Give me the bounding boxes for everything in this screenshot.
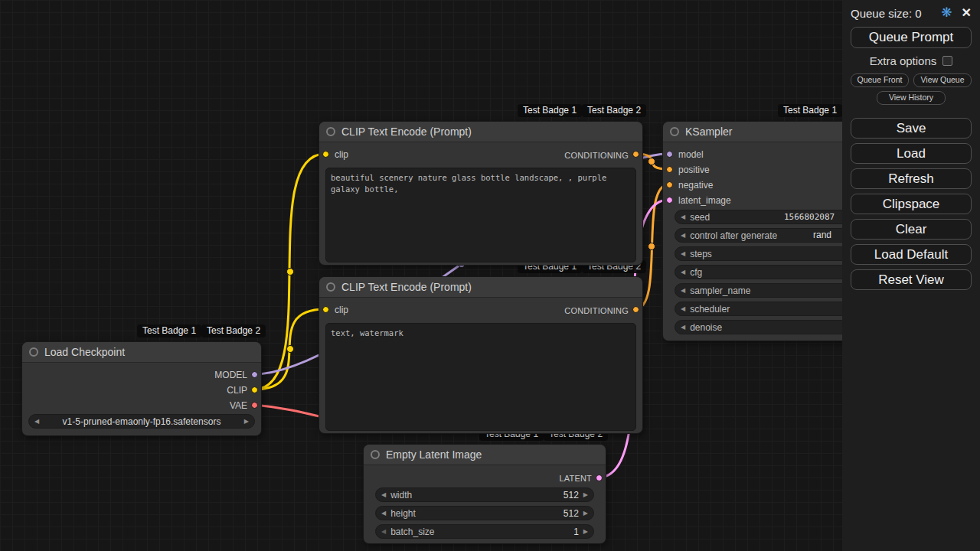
queue-prompt-button[interactable]: Queue Prompt bbox=[851, 27, 972, 48]
prev-value-icon[interactable]: ◀ bbox=[681, 320, 685, 334]
load-button[interactable]: Load bbox=[851, 143, 972, 164]
save-button[interactable]: Save bbox=[851, 118, 972, 139]
node-badge: Test Badge 2 bbox=[582, 104, 646, 117]
input-port-latent-image[interactable] bbox=[666, 197, 673, 204]
clear-button[interactable]: Clear bbox=[851, 219, 972, 240]
view-queue-button[interactable]: View Queue bbox=[913, 73, 972, 87]
input-port-clip[interactable] bbox=[322, 306, 329, 313]
clipspace-button[interactable]: Clipspace bbox=[851, 194, 972, 214]
next-value-icon[interactable]: ▶ bbox=[583, 524, 588, 539]
collapse-dot-icon[interactable] bbox=[670, 127, 679, 136]
width-value: 512 bbox=[564, 490, 579, 500]
output-label-conditioning: CONDITIONING bbox=[564, 149, 629, 161]
width-widget[interactable]: ◀ width 512 ▶ bbox=[375, 487, 594, 502]
input-port-clip[interactable] bbox=[322, 151, 329, 158]
next-value-icon[interactable]: ▶ bbox=[583, 506, 588, 520]
output-label-clip: CLIP bbox=[227, 384, 247, 396]
seed-value: 1566802087 bbox=[784, 210, 835, 223]
collapse-dot-icon[interactable] bbox=[371, 450, 380, 459]
collapse-dot-icon[interactable] bbox=[326, 282, 335, 292]
prev-value-icon[interactable]: ◀ bbox=[381, 506, 386, 520]
prev-value-icon[interactable]: ◀ bbox=[681, 302, 685, 316]
node-badge: Test Badge 1 bbox=[778, 104, 842, 117]
prev-value-icon[interactable]: ◀ bbox=[681, 246, 685, 261]
seed-label: seed bbox=[690, 212, 710, 223]
input-label-clip: clip bbox=[335, 148, 348, 161]
output-port-conditioning[interactable] bbox=[632, 151, 639, 158]
node-title: KSampler bbox=[685, 126, 732, 138]
node-title-bar[interactable]: Load Checkpoint bbox=[22, 342, 261, 363]
node-load-checkpoint[interactable]: Load Checkpoint MODEL CLIP VAE ◀ v1-5-pr… bbox=[21, 341, 262, 436]
input-port-negative[interactable] bbox=[666, 181, 673, 188]
node-empty-latent-image[interactable]: Empty Latent Image LATENT ◀ width 512 ▶ … bbox=[363, 444, 606, 544]
link-dot bbox=[287, 269, 294, 276]
reset-view-button[interactable]: Reset View bbox=[851, 269, 972, 290]
output-port-latent[interactable] bbox=[596, 474, 603, 481]
denoise-label: denoise bbox=[690, 322, 722, 333]
sampler-name-label: sampler_name bbox=[690, 285, 750, 296]
collapse-dot-icon[interactable] bbox=[29, 347, 38, 357]
output-label-latent: LATENT bbox=[559, 472, 592, 484]
control-after-generate-value: rand bbox=[813, 229, 831, 242]
prev-value-icon[interactable]: ◀ bbox=[381, 487, 386, 502]
input-port-model[interactable] bbox=[666, 151, 673, 158]
node-title: CLIP Text Encode (Prompt) bbox=[341, 281, 472, 293]
load-default-button[interactable]: Load Default bbox=[851, 244, 972, 265]
node-badge: Test Badge 1 bbox=[518, 104, 582, 117]
output-label-vae: VAE bbox=[230, 399, 247, 412]
next-value-icon[interactable]: ▶ bbox=[583, 487, 588, 502]
collapse-dot-icon[interactable] bbox=[326, 127, 335, 136]
output-port-vae[interactable] bbox=[251, 402, 258, 409]
node-title-bar[interactable]: Empty Latent Image bbox=[364, 445, 606, 465]
close-icon[interactable]: ✕ bbox=[962, 6, 972, 20]
node-title-bar[interactable]: CLIP Text Encode (Prompt) bbox=[319, 122, 642, 142]
input-label-negative: negative bbox=[678, 179, 713, 191]
extra-options-checkbox[interactable] bbox=[942, 56, 952, 66]
output-label-conditioning: CONDITIONING bbox=[564, 305, 629, 317]
height-widget[interactable]: ◀ height 512 ▶ bbox=[375, 506, 594, 520]
refresh-button[interactable]: Refresh bbox=[851, 168, 972, 189]
input-label-latent-image: latent_image bbox=[678, 194, 731, 207]
node-graph-canvas[interactable]: Test Badge 1 Test Badge 2 Test Badge 1 T… bbox=[0, 0, 980, 551]
batch-size-label: batch_size bbox=[390, 527, 434, 537]
next-value-icon[interactable]: ▶ bbox=[244, 414, 249, 429]
prev-value-icon[interactable]: ◀ bbox=[681, 265, 685, 279]
extra-options-label: Extra options bbox=[870, 54, 937, 67]
node-title-bar[interactable]: CLIP Text Encode (Prompt) bbox=[319, 277, 642, 298]
prev-value-icon[interactable]: ◀ bbox=[681, 210, 685, 224]
input-port-positive[interactable] bbox=[666, 166, 673, 173]
cfg-label: cfg bbox=[690, 267, 702, 278]
height-value: 512 bbox=[564, 508, 579, 519]
node-title: Load Checkpoint bbox=[44, 346, 125, 358]
node-title: CLIP Text Encode (Prompt) bbox=[341, 126, 472, 138]
queue-size-label: Queue size: 0 bbox=[851, 7, 922, 20]
output-port-clip[interactable] bbox=[251, 386, 258, 393]
view-history-button[interactable]: View History bbox=[877, 91, 946, 105]
queue-front-button[interactable]: Queue Front bbox=[851, 73, 909, 87]
node-clip-text-encode-negative[interactable]: CLIP Text Encode (Prompt) clip CONDITION… bbox=[318, 276, 643, 434]
settings-gear-icon[interactable]: ❋ bbox=[941, 6, 952, 20]
steps-label: steps bbox=[690, 249, 712, 259]
prompt-text-area[interactable]: beautiful scenery nature glass bottle la… bbox=[325, 168, 636, 262]
output-label-model: MODEL bbox=[214, 369, 247, 381]
prev-value-icon[interactable]: ◀ bbox=[681, 283, 685, 298]
prompt-text-area[interactable]: text, watermark bbox=[325, 323, 636, 431]
output-port-conditioning[interactable] bbox=[632, 306, 639, 313]
output-port-model[interactable] bbox=[251, 371, 258, 378]
scheduler-label: scheduler bbox=[690, 304, 730, 315]
comfy-menu-panel: Queue size: 0 ❋ ✕ Queue Prompt Extra opt… bbox=[842, 0, 980, 551]
input-label-clip: clip bbox=[335, 304, 348, 316]
node-badge: Test Badge 2 bbox=[201, 324, 266, 337]
control-after-generate-label: control after generate bbox=[690, 230, 777, 241]
link-dot bbox=[648, 243, 655, 250]
node-badge: Test Badge 1 bbox=[137, 324, 201, 337]
width-label: width bbox=[390, 490, 412, 500]
input-label-model: model bbox=[678, 148, 704, 161]
node-title: Empty Latent Image bbox=[386, 448, 482, 461]
prev-value-icon[interactable]: ◀ bbox=[381, 524, 386, 539]
ckpt-name-widget[interactable]: ◀ v1-5-pruned-emaonly-fp16.safetensors ▶ bbox=[28, 414, 255, 429]
prev-value-icon[interactable]: ◀ bbox=[681, 228, 685, 243]
ckpt-name-value: v1-5-pruned-emaonly-fp16.safetensors bbox=[39, 416, 244, 427]
batch-size-widget[interactable]: ◀ batch_size 1 ▶ bbox=[375, 524, 594, 539]
node-clip-text-encode-positive[interactable]: CLIP Text Encode (Prompt) clip CONDITION… bbox=[318, 121, 643, 266]
